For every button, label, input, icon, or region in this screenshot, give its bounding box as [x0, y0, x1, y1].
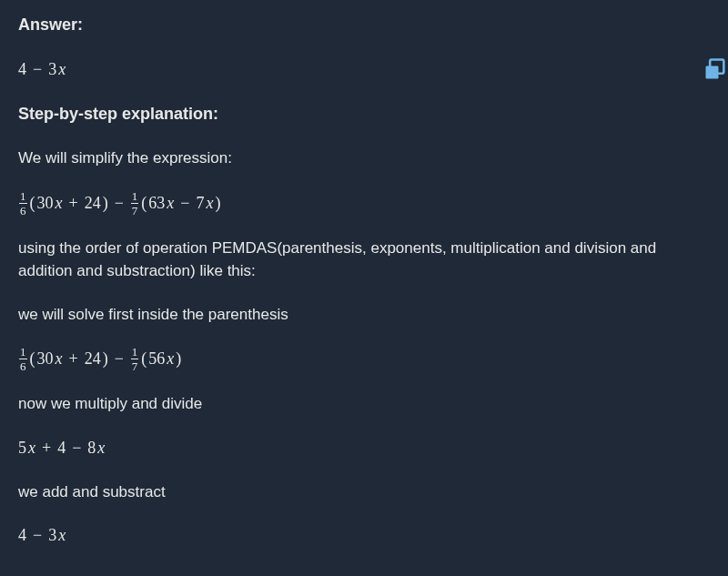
- explanation-text: we add and substract: [18, 480, 710, 504]
- math-num: 7: [196, 191, 204, 216]
- answer-heading: Answer:: [18, 13, 710, 37]
- math-num: 24: [85, 347, 101, 371]
- math-num: 4: [18, 57, 26, 82]
- math-num: 3: [48, 57, 56, 82]
- expression-3: 5x + 4 − 8x: [18, 436, 710, 460]
- paren: (: [30, 347, 35, 371]
- math-op: −: [176, 191, 194, 216]
- math-op: −: [110, 347, 128, 371]
- math-num: 5: [18, 436, 26, 460]
- numerator: 1: [131, 190, 139, 203]
- paren: (: [141, 347, 147, 371]
- expression-2: 1 6 (30x + 24) − 1 7 (56x): [18, 346, 710, 372]
- math-var: x: [97, 436, 105, 460]
- math-num: 3: [48, 523, 56, 548]
- math-var: x: [28, 436, 35, 460]
- math-var: x: [206, 191, 213, 216]
- math-var: x: [58, 523, 66, 548]
- math-num: 30: [37, 347, 54, 371]
- answer-expression: 4 − 3x: [18, 57, 710, 82]
- math-num: 56: [148, 347, 165, 371]
- denominator: 7: [131, 359, 139, 372]
- math-var: x: [167, 347, 174, 371]
- svg-rect-1: [706, 66, 719, 79]
- math-var: x: [56, 191, 63, 216]
- math-num: 4: [57, 436, 66, 460]
- math-num: 63: [148, 191, 165, 216]
- fraction: 1 7: [131, 346, 139, 372]
- math-op: −: [110, 191, 128, 216]
- math-op: +: [65, 191, 83, 216]
- math-op: −: [28, 523, 46, 548]
- paren: (: [141, 191, 147, 216]
- math-var: x: [58, 57, 66, 82]
- explanation-text: now we multiply and divide: [18, 392, 710, 416]
- paren: ): [215, 191, 220, 216]
- math-op: −: [67, 436, 86, 460]
- fraction: 1 6: [19, 190, 27, 217]
- math-op: +: [65, 347, 83, 371]
- numerator: 1: [19, 346, 27, 359]
- explanation-text: We will simplify the expression:: [18, 147, 710, 170]
- math-num: 24: [85, 191, 101, 216]
- paren: ): [176, 347, 181, 371]
- math-op: +: [37, 436, 56, 460]
- math-num: 30: [37, 191, 54, 216]
- math-num: 8: [87, 436, 96, 460]
- fraction: 1 6: [19, 346, 27, 372]
- numerator: 1: [19, 190, 27, 203]
- math-var: x: [167, 191, 174, 216]
- expression-4: 4 − 3x: [18, 523, 710, 548]
- expression-1: 1 6 (30x + 24) − 1 7 (63x − 7x): [18, 190, 710, 217]
- explanation-text: we will solve first inside the parenthes…: [18, 303, 710, 327]
- denominator: 6: [19, 203, 27, 217]
- math-var: x: [56, 347, 63, 371]
- denominator: 6: [19, 359, 27, 372]
- paren: ): [103, 191, 108, 216]
- explanation-text: using the order of operation PEMDAS(pare…: [18, 237, 710, 283]
- fraction: 1 7: [131, 190, 139, 217]
- paren: ): [103, 347, 108, 371]
- step-heading: Step-by-step explanation:: [18, 102, 710, 126]
- copy-icon[interactable]: [703, 56, 728, 82]
- math-op: −: [28, 57, 46, 82]
- paren: (: [30, 191, 35, 216]
- math-num: 4: [18, 523, 26, 548]
- numerator: 1: [131, 346, 139, 359]
- denominator: 7: [131, 203, 139, 217]
